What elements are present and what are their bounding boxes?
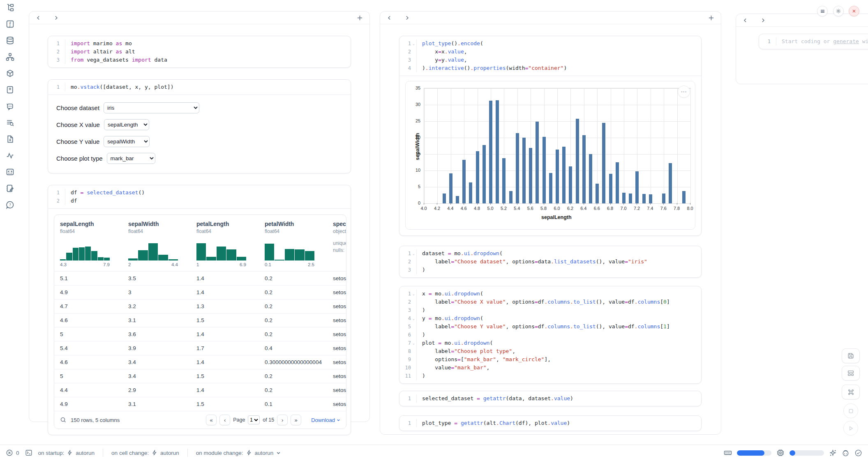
nav-back-button[interactable] [386, 14, 393, 21]
download-button[interactable]: Download [311, 417, 340, 423]
column-header[interactable]: sepalLengthfloat644.37.9 [54, 221, 122, 267]
table-cell: 3.4 [122, 359, 191, 365]
settings-button[interactable] [833, 6, 844, 16]
column-header[interactable]: sepalWidthfloat6424.4 [122, 221, 191, 267]
line-number: 8 [399, 347, 411, 355]
table-row[interactable]: 4.63.11.50.2setosa [54, 313, 346, 327]
code-editor[interactable]: 1df = selected_dataset()2df [48, 185, 351, 208]
y-value-dropdown[interactable]: sepalWidth [104, 136, 150, 147]
autorun-startup-toggle[interactable]: on startup: autorun [38, 450, 95, 456]
code-line: ) [416, 331, 425, 339]
chart-bar [542, 137, 546, 203]
search-icon[interactable] [60, 417, 67, 423]
fold-spacer [411, 419, 416, 427]
generate-link[interactable]: generate [833, 38, 859, 44]
column-header[interactable]: speciesobjectuniquenulls: [327, 221, 346, 267]
chat-bot-icon[interactable] [5, 101, 15, 111]
next-page-button[interactable]: › [277, 415, 288, 425]
table-row[interactable]: 5.13.51.40.2setosa [54, 271, 346, 285]
line-number: 1 [48, 39, 60, 48]
snippets-icon[interactable] [5, 167, 15, 177]
column-header[interactable]: petalWidthfloat640.12.5 [259, 221, 327, 267]
error-indicator[interactable]: 0 [6, 449, 19, 456]
play-icon [848, 425, 854, 431]
code-editor[interactable]: 1⌄x = mo.ui.dropdown(2 label="Choose X v… [399, 286, 701, 383]
code-line: y=y.value, [416, 56, 467, 64]
line-number: 2 [399, 258, 411, 266]
chart-menu-button[interactable]: ••• [678, 85, 690, 98]
prev-page-button[interactable]: ‹ [219, 415, 230, 425]
fold-chevron-icon[interactable]: ⌄ [411, 314, 416, 323]
x-value-dropdown[interactable]: sepalLength [104, 119, 149, 130]
fold-chevron-icon[interactable]: ⌄ [411, 339, 416, 347]
help-chat-icon[interactable]: ? [5, 200, 15, 210]
document-icon[interactable] [5, 134, 15, 144]
code-editor[interactable]: 1 Start coding or generate with AI [759, 34, 868, 49]
code-editor[interactable]: 1import marimo as mo2import altair as al… [48, 36, 351, 67]
last-page-button[interactable]: » [291, 415, 301, 425]
database-icon[interactable] [5, 35, 15, 46]
ai-assistant-button[interactable] [829, 449, 837, 457]
package-icon[interactable] [5, 68, 15, 78]
nav-back-button[interactable] [35, 14, 42, 21]
function-icon[interactable]: ƒ [5, 19, 15, 29]
code-editor[interactable]: 1plot_type = getattr(alt.Chart(df), plot… [399, 416, 701, 431]
list-search-icon[interactable] [5, 118, 15, 128]
fold-chevron-icon[interactable]: ⌄ [411, 290, 416, 298]
table-cell: 1.4 [191, 289, 259, 295]
line-number: 3 [399, 306, 411, 314]
close-button[interactable] [849, 6, 859, 16]
add-cell-button[interactable] [356, 14, 364, 22]
dependency-graph-icon[interactable] [5, 52, 15, 62]
scratchpad-icon[interactable] [5, 183, 15, 194]
chart-bar [456, 196, 459, 203]
nav-forward-button[interactable] [404, 14, 411, 21]
table-row[interactable]: 4.63.41.40.30000000000000004setosa [54, 355, 346, 369]
table-row[interactable]: 4.931.40.2setosa [54, 285, 346, 299]
menu-button[interactable] [817, 6, 828, 16]
copilot-button[interactable] [842, 449, 850, 457]
line-number: 5 [399, 323, 411, 331]
table-row[interactable]: 4.93.11.50.1setosa [54, 397, 346, 411]
table-row[interactable]: 4.73.21.30.2setosa [54, 299, 346, 313]
page-select[interactable]: 1 [248, 415, 260, 424]
connection-status-button[interactable] [854, 449, 862, 457]
column-header[interactable]: petalLengthfloat6416.9 [191, 221, 259, 267]
plot-type-dropdown[interactable]: mark_bar [107, 153, 155, 164]
nav-back-button[interactable] [742, 17, 749, 24]
nav-forward-button[interactable] [53, 14, 60, 21]
column-histogram [265, 243, 314, 260]
dataset-dropdown[interactable]: iris [104, 102, 199, 113]
nav-forward-button[interactable] [760, 17, 766, 24]
table-row[interactable]: 5.43.91.70.4setosa [54, 341, 346, 355]
keyboard-shortcuts-button[interactable] [842, 385, 860, 399]
code-editor[interactable]: 1mo.vstack([dataset, x, y, plot]) [48, 80, 351, 95]
table-row[interactable]: 4.42.91.40.2setosa [54, 383, 346, 397]
code-editor[interactable]: 1⌄dataset = mo.ui.dropdown(2 label="Choo… [399, 246, 701, 277]
activity-icon[interactable] [5, 150, 15, 161]
file-tree-icon[interactable] [5, 2, 15, 13]
terminal-button[interactable] [25, 449, 32, 456]
plot-area[interactable] [424, 88, 691, 204]
fold-chevron-icon[interactable]: ⌄ [411, 249, 416, 258]
stop-button[interactable] [843, 403, 858, 418]
run-button[interactable] [843, 421, 858, 436]
table-row[interactable]: 53.41.50.2setosa [54, 369, 346, 383]
table-row[interactable]: 53.61.40.2setosa [54, 327, 346, 341]
fold-spacer [60, 48, 65, 56]
row-count-summary: 150 rows, 5 columns [71, 417, 120, 423]
fold-spacer [411, 323, 416, 331]
code-editor[interactable]: 1selected_dataset = getattr(data, datase… [399, 391, 701, 406]
first-page-button[interactable]: « [206, 415, 217, 425]
code-editor[interactable]: 1⌄plot_type().encode(2 x=x.value,3 y=y.v… [399, 36, 701, 76]
line-number: 4 [399, 64, 411, 72]
fold-chevron-icon[interactable]: ⌄ [411, 39, 416, 48]
add-cell-button[interactable] [707, 14, 715, 22]
autorun-cell-change-toggle[interactable]: on cell change: autorun [111, 450, 179, 456]
layout-button[interactable] [842, 366, 860, 380]
script-log-icon[interactable] [5, 85, 15, 95]
autorun-module-change-toggle[interactable]: on module change: autorun [196, 450, 281, 456]
line-number: 2 [48, 48, 60, 56]
save-button[interactable] [842, 348, 860, 363]
code-line: y = mo.ui.dropdown( [416, 314, 483, 323]
